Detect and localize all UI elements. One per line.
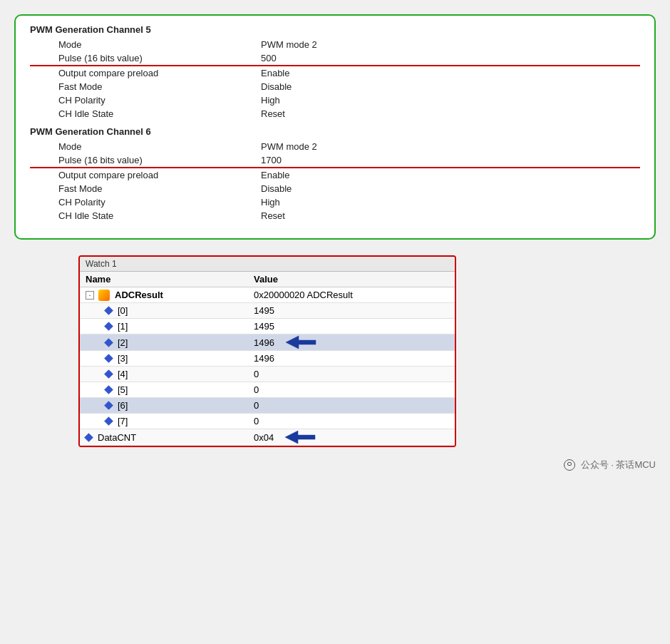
watch-value-8: 0 [251, 416, 455, 426]
watch-value-text-0: 0x20000020 ADCResult [254, 290, 353, 300]
watch-name-text-1: [0] [118, 305, 128, 316]
watch-name-5: [4] [80, 369, 251, 379]
config-label-1-3: Fast Mode [30, 182, 258, 195]
config-value-0-4: High [258, 93, 640, 107]
left-arrow-icon [284, 429, 316, 445]
channel-title-1: PWM Generation Channel 6 [30, 126, 640, 137]
config-row-1-3: Fast ModeDisable [30, 182, 640, 195]
config-value-1-3: Disable [258, 182, 640, 195]
config-label-0-5: CH Idle State [30, 107, 258, 121]
config-value-1-0: PWM mode 2 [258, 140, 640, 153]
watch-name-text-9: DataCNT [98, 432, 136, 443]
config-value-0-5: Reset [258, 107, 640, 121]
watch-name-3: [2] [80, 337, 251, 348]
diamond-icon [104, 385, 113, 394]
watch-value-text-3: 1496 [254, 337, 274, 348]
watch-value-text-5: 0 [254, 369, 259, 379]
watch-row: [1]1495 [80, 319, 455, 334]
watch-name-2: [1] [80, 321, 251, 332]
footer-text: 公众号 · 茶话MCU [581, 459, 656, 470]
watch-name-text-2: [1] [118, 321, 128, 332]
watch-name-8: [7] [80, 416, 251, 426]
left-arrow-icon [284, 334, 317, 350]
config-row-0-4: CH PolarityHigh [30, 93, 640, 107]
watch-value-1: 1495 [251, 305, 455, 316]
watch-value-6: 0 [251, 384, 455, 395]
config-row-1-4: CH PolarityHigh [30, 195, 640, 209]
config-value-1-2: Enable [258, 168, 640, 182]
watch-row: DataCNT0x04 [80, 429, 455, 446]
watch-value-text-8: 0 [254, 416, 259, 426]
watch-row: [6]0 [80, 398, 455, 414]
watch-name-7: [6] [80, 400, 251, 411]
watch-name-9: DataCNT [80, 432, 251, 443]
watch-panel: Watch 1 Name Value -ADCResult0x20000020 … [78, 255, 456, 447]
svg-marker-0 [286, 336, 316, 349]
config-table-0: ModePWM mode 2Pulse (16 bits value)500Ou… [30, 38, 640, 121]
config-row-1-0: ModePWM mode 2 [30, 140, 640, 153]
wechat-icon [564, 459, 575, 471]
diamond-icon [104, 306, 113, 315]
config-label-0-4: CH Polarity [30, 93, 258, 107]
watch-name-4: [3] [80, 353, 251, 364]
watch-col-value: Value [251, 274, 455, 285]
watch-value-4: 1496 [251, 353, 455, 364]
config-label-1-0: Mode [30, 140, 258, 153]
config-label-1-2: Output compare preload [30, 168, 258, 182]
collapse-icon[interactable]: - [86, 291, 94, 300]
config-row-1-1: Pulse (16 bits value)1700 [30, 153, 640, 168]
footer: 公众号 · 茶话MCU [14, 459, 656, 471]
diamond-icon [84, 433, 93, 442]
config-value-0-1: 500 [258, 51, 640, 66]
watch-value-2: 1495 [251, 321, 455, 332]
watch-name-text-7: [6] [118, 400, 128, 411]
watch-row: [3]1496 [80, 351, 455, 367]
config-value-0-0: PWM mode 2 [258, 38, 640, 51]
watch-value-7: 0 [251, 400, 455, 411]
adc-icon [98, 290, 110, 301]
watch-header: Name Value [80, 272, 455, 287]
config-value-1-1: 1700 [258, 153, 640, 168]
svg-marker-1 [285, 431, 315, 444]
watch-value-text-1: 1495 [254, 305, 274, 316]
diamond-icon [104, 338, 113, 347]
config-label-0-0: Mode [30, 38, 258, 51]
watch-row: [4]0 [80, 367, 455, 382]
config-label-0-2: Output compare preload [30, 66, 258, 80]
config-value-1-4: High [258, 195, 640, 209]
watch-body: -ADCResult0x20000020 ADCResult[0]1495[1]… [80, 287, 455, 446]
watch-value-3: 1496 [251, 334, 455, 350]
watch-row: [2]1496 [80, 334, 455, 351]
watch-title: Watch 1 [80, 257, 455, 272]
config-label-0-3: Fast Mode [30, 80, 258, 93]
diamond-icon [104, 416, 113, 426]
pwm-config-panel: PWM Generation Channel 5ModePWM mode 2Pu… [14, 14, 656, 240]
config-label-0-1: Pulse (16 bits value) [30, 51, 258, 66]
diamond-icon [104, 401, 113, 410]
config-row-0-5: CH Idle StateReset [30, 107, 640, 121]
watch-value-text-9: 0x04 [254, 432, 274, 443]
config-label-1-4: CH Polarity [30, 195, 258, 209]
config-row-0-1: Pulse (16 bits value)500 [30, 51, 640, 66]
config-row-0-2: Output compare preloadEnable [30, 66, 640, 80]
channel-title-0: PWM Generation Channel 5 [30, 24, 640, 35]
watch-row: [0]1495 [80, 303, 455, 319]
watch-name-0: -ADCResult [80, 290, 251, 301]
watch-value-text-6: 0 [254, 384, 259, 395]
watch-name-text-5: [4] [118, 369, 128, 379]
watch-value-9: 0x04 [251, 429, 455, 445]
diamond-icon [104, 322, 113, 331]
config-value-0-3: Disable [258, 80, 640, 93]
config-table-1: ModePWM mode 2Pulse (16 bits value)1700O… [30, 140, 640, 223]
watch-name-text-0: ADCResult [115, 290, 163, 300]
watch-row: [5]0 [80, 382, 455, 398]
config-value-1-5: Reset [258, 209, 640, 223]
watch-col-name: Name [80, 274, 251, 285]
watch-name-1: [0] [80, 305, 251, 316]
config-row-1-2: Output compare preloadEnable [30, 168, 640, 182]
config-row-0-0: ModePWM mode 2 [30, 38, 640, 51]
config-row-1-5: CH Idle StateReset [30, 209, 640, 223]
watch-name-text-6: [5] [118, 384, 128, 395]
watch-name-text-4: [3] [118, 353, 128, 364]
diamond-icon [104, 369, 113, 379]
